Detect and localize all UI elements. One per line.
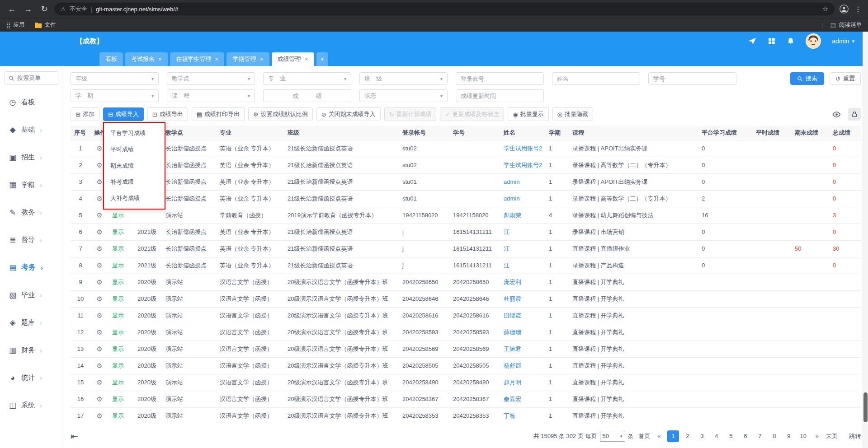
menu-item-platform-score[interactable]: 平台学习成绩 <box>104 125 165 141</box>
semester-select[interactable]: 学 期▾ <box>71 89 159 102</box>
gear-icon[interactable]: ⚙ <box>96 312 102 319</box>
col-visibility[interactable]: 显示 <box>108 341 134 357</box>
student-id-input[interactable] <box>648 72 736 85</box>
bookmark-apps[interactable]: ⣿ 应用 <box>6 21 25 29</box>
tab-exam-registration[interactable]: 考试报名× <box>125 52 168 66</box>
gear-icon[interactable]: ⚙ <box>96 228 102 236</box>
sidebar-item-question-bank[interactable]: ◈题库› <box>0 309 63 336</box>
gear-icon[interactable]: ⚙ <box>96 161 102 169</box>
gear-icon[interactable]: ⚙ <box>96 195 102 202</box>
sidebar-item-student-roster[interactable]: ▦学籍› <box>0 171 63 199</box>
tab-score-management[interactable]: 成绩管理× <box>272 52 314 66</box>
browser-refresh-icon[interactable]: ↻ <box>38 4 51 14</box>
gear-icon[interactable]: ⚙ <box>96 378 102 386</box>
page-size-select[interactable]: 50 ▾ <box>600 431 625 442</box>
tabs-dropdown-button[interactable]: ▾ <box>316 52 328 66</box>
page-10-button[interactable]: 10 <box>797 430 809 442</box>
gear-icon[interactable]: ⚙ <box>96 278 102 286</box>
reset-button[interactable]: ↺ 重置 <box>830 72 861 85</box>
gear-icon[interactable]: ⚙ <box>96 328 102 336</box>
sidebar-search-input[interactable]: 搜索菜单 <box>5 71 58 85</box>
score-update-time-input[interactable] <box>456 89 544 102</box>
col-name[interactable]: admin <box>500 190 545 207</box>
page-1-button[interactable]: 1 <box>667 430 679 442</box>
sidebar-item-supervision[interactable]: ≣督导› <box>0 226 63 254</box>
sidebar-item-exam[interactable]: ▤考务› <box>0 254 63 281</box>
gear-icon[interactable]: ⚙ <box>96 395 102 403</box>
sidebar-item-academic[interactable]: ✎教务› <box>0 199 63 226</box>
gear-icon[interactable]: ⚙ <box>96 345 102 353</box>
sidebar-item-dashboard[interactable]: ◷看板 <box>0 89 63 116</box>
col-name[interactable]: 江 <box>500 224 545 240</box>
gear-icon[interactable]: ⚙ <box>96 211 102 219</box>
menu-item-second-makeup-score[interactable]: 大补考成绩 <box>104 190 165 206</box>
gear-icon[interactable]: ⚙ <box>96 245 102 252</box>
page-5-button[interactable]: 5 <box>725 430 737 442</box>
col-visibility[interactable]: 显示 <box>108 257 134 274</box>
col-name[interactable]: admin <box>500 173 545 190</box>
column-visibility-eye-icon[interactable] <box>830 108 843 121</box>
col-visibility[interactable]: 显示 <box>108 274 134 290</box>
grade-select[interactable]: 年级▾ <box>71 72 159 85</box>
sidebar-item-system[interactable]: ◫系统› <box>0 392 63 419</box>
scrollbar-thumb[interactable] <box>863 392 868 422</box>
send-icon[interactable] <box>748 37 757 46</box>
major-select[interactable]: 专 业▾ <box>263 72 351 85</box>
bookmark-star-icon[interactable]: ☆ <box>822 5 828 13</box>
login-account-input[interactable] <box>456 72 544 85</box>
menu-item-final-score[interactable]: 期末成绩 <box>104 158 165 174</box>
reading-list-button[interactable]: | ▤ 阅读清单 <box>822 21 862 29</box>
sidebar-item-statistics[interactable]: ◕统计› <box>0 364 63 392</box>
user-menu[interactable]: admin ▾ <box>832 37 854 45</box>
gear-icon[interactable]: ⚙ <box>96 295 102 303</box>
gear-icon[interactable]: ⚙ <box>96 362 102 369</box>
col-name[interactable]: 杜丽霞 <box>500 290 545 307</box>
col-name[interactable]: 杨舒郡 <box>500 357 545 374</box>
course-select[interactable]: 课 程▾ <box>167 89 255 102</box>
col-visibility[interactable]: 显示 <box>108 290 134 307</box>
col-name[interactable]: 郝雨荣 <box>500 207 545 224</box>
browser-back-icon[interactable]: ← <box>5 5 18 14</box>
batch-show-button[interactable]: ◉批量显示 <box>508 107 548 121</box>
collapse-filter-icon[interactable]: ⇤ <box>71 431 78 442</box>
col-name[interactable]: 田锦霞 <box>500 307 545 324</box>
browser-profile-icon[interactable] <box>838 3 850 15</box>
gear-icon[interactable]: ⚙ <box>96 178 102 186</box>
browser-menu-icon[interactable]: ⋮ <box>854 5 863 14</box>
gear-icon[interactable]: ⚙ <box>96 145 102 152</box>
name-input[interactable] <box>552 72 640 85</box>
address-bar[interactable]: ⚠ 不安全 | git-master.cjnep.net/sims/web/# … <box>54 3 835 15</box>
gear-icon[interactable]: ⚙ <box>96 412 102 420</box>
col-name[interactable]: 学生试用账号2 <box>500 157 545 173</box>
col-visibility[interactable]: 显示 <box>108 374 134 391</box>
col-visibility[interactable]: 显示 <box>108 407 134 424</box>
col-name[interactable]: 学生试用账号2 <box>500 140 545 157</box>
col-name[interactable]: 江 <box>500 240 545 257</box>
batch-hide-button[interactable]: ◎批量隐藏 <box>552 107 593 121</box>
score-import-button[interactable]: ⊟成绩导入 <box>103 107 144 121</box>
next-page-button[interactable]: » <box>816 433 819 439</box>
col-visibility[interactable]: 显示 <box>108 391 134 407</box>
sidebar-item-basic[interactable]: ◆基础› <box>0 116 63 144</box>
col-visibility[interactable]: 显示 <box>108 357 134 374</box>
page-4-button[interactable]: 4 <box>711 430 722 442</box>
close-icon[interactable]: × <box>305 56 308 63</box>
page-3-button[interactable]: 3 <box>696 430 708 442</box>
menu-item-usual-score[interactable]: 平时成绩 <box>104 141 165 158</box>
page-6-button[interactable]: 6 <box>740 430 751 442</box>
tab-enrolled-student-management[interactable]: 在籍学生管理× <box>170 52 224 66</box>
tab-semester-management[interactable]: 学期管理× <box>226 52 269 66</box>
col-name[interactable]: 丁栋 <box>500 407 545 424</box>
search-button[interactable]: 搜索 <box>790 72 824 85</box>
user-avatar[interactable] <box>806 33 821 49</box>
add-button[interactable]: ⊞添加 <box>71 107 99 121</box>
last-page-button[interactable]: 末页 <box>826 432 838 440</box>
score-print-export-button[interactable]: ▤成绩打印导出 <box>192 107 245 121</box>
col-visibility[interactable]: 显示 <box>108 307 134 324</box>
col-visibility[interactable]: 显示 <box>108 240 134 257</box>
close-icon[interactable]: × <box>158 56 162 63</box>
col-name[interactable]: 秦嘉宏 <box>500 391 545 407</box>
apps-grid-icon[interactable] <box>768 37 776 45</box>
bookmark-files[interactable]: 文件 <box>35 21 56 29</box>
first-page-button[interactable]: 首页 <box>639 432 651 440</box>
